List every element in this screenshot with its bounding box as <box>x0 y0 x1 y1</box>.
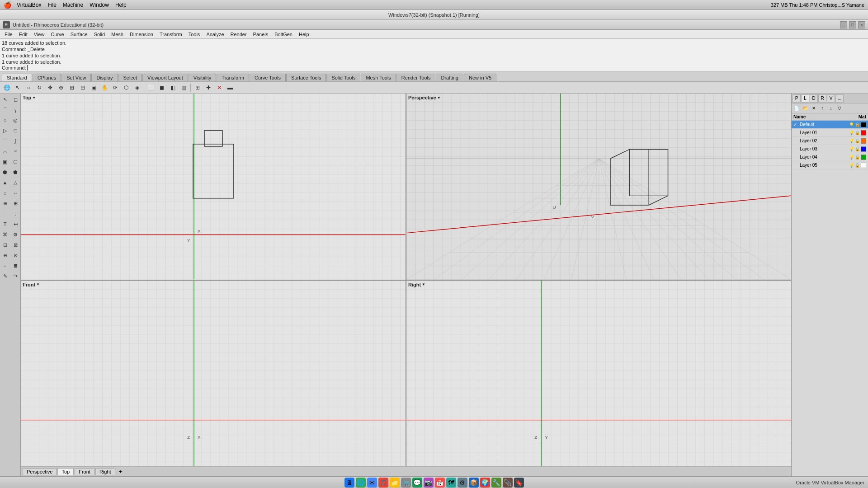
view-tab-add[interactable]: + <box>116 468 125 475</box>
toolbar-shade-icon[interactable]: ◼ <box>157 83 167 93</box>
rhino-close[interactable]: × <box>858 21 865 28</box>
rp-tab-more[interactable]: ... <box>835 94 844 103</box>
tool-arc2[interactable]: ∫ <box>10 136 20 146</box>
dock-photo[interactable]: 📷 <box>424 478 434 488</box>
viewport-persp-dropdown[interactable]: ▼ <box>437 96 441 100</box>
tool-select2[interactable]: ◻ <box>10 94 20 104</box>
toolbar-flat-icon[interactable]: ▥ <box>179 83 189 93</box>
layer-color-01[interactable] <box>861 130 866 136</box>
view-tab-top[interactable]: Top <box>57 468 74 475</box>
toolbar-zoom-icon[interactable]: ⊕ <box>56 83 66 93</box>
dock-virtualbox[interactable]: 📦 <box>469 478 479 488</box>
rhino-menu-view[interactable]: View <box>31 31 47 38</box>
rhino-menu-boltgen[interactable]: BoltGen <box>272 31 295 38</box>
viewport-top-dropdown[interactable]: ▼ <box>32 96 36 100</box>
dock-chrome[interactable]: 🌍 <box>480 478 490 488</box>
tool-rect1[interactable]: ▷ <box>0 126 10 136</box>
tool-transform2[interactable]: ↔ <box>10 188 20 198</box>
tab-curve-tools[interactable]: Curve Tools <box>250 74 286 81</box>
layer-row-01[interactable]: Layer 01 💡 🔓 <box>792 129 868 137</box>
rhino-menu-dimension[interactable]: Dimension <box>127 31 156 38</box>
tab-select[interactable]: Select <box>118 74 142 81</box>
tool-solid2[interactable]: ⬡ <box>10 157 20 167</box>
tool-extra2[interactable]: ⚙ <box>10 230 20 239</box>
layer-row-default[interactable]: ✓ Default 💡 🔓 <box>792 121 868 129</box>
toolbar-cursor-icon[interactable]: ↖ <box>13 83 23 93</box>
toolbar-render-icon[interactable]: ◈ <box>132 83 142 93</box>
layer-move-up[interactable]: ↑ <box>818 104 826 113</box>
layer-row-04[interactable]: Layer 04 💡 🔓 <box>792 153 868 161</box>
dock-settings[interactable]: ⚙ <box>458 478 467 488</box>
toolbar-zoomwin-icon[interactable]: ▣ <box>89 83 99 93</box>
tool-circle[interactable]: ○ <box>0 115 10 125</box>
tool-transform1[interactable]: ↕ <box>0 188 10 198</box>
viewport-front[interactable]: Front ▼ ZX <box>21 281 406 467</box>
rhino-menu-render[interactable]: Render <box>228 31 250 38</box>
tool-point1[interactable]: · <box>0 209 10 219</box>
dock-calendar[interactable]: 📅 <box>435 478 445 488</box>
toolbar-pan-icon[interactable]: ✋ <box>99 83 109 93</box>
tool-arc1[interactable]: ⌒ <box>0 136 10 146</box>
rhino-minimize[interactable]: _ <box>840 21 847 28</box>
mac-menu-window[interactable]: Window <box>90 2 109 8</box>
layer-move-down[interactable]: ↓ <box>827 104 835 113</box>
layer-row-05[interactable]: Layer 05 💡 🔓 <box>792 161 868 169</box>
command-input-area[interactable]: Command: <box>2 65 866 70</box>
dock-extra3[interactable]: 🔖 <box>514 478 524 488</box>
viewport-top[interactable]: Top ▼ YX <box>21 94 406 280</box>
tab-transform[interactable]: Transform <box>217 74 249 81</box>
rhino-maximize[interactable]: □ <box>849 21 856 28</box>
dock-extra1[interactable]: 🔧 <box>491 478 501 488</box>
tool-analyse2[interactable]: ⊗ <box>10 250 20 260</box>
viewport-front-dropdown[interactable]: ▼ <box>36 282 40 286</box>
tab-display[interactable]: Display <box>91 74 118 81</box>
tab-solid-tools[interactable]: Solid Tools <box>326 74 360 81</box>
dock-finder[interactable]: 🖥 <box>344 478 354 488</box>
tool-curve2[interactable]: ╮ <box>10 105 20 115</box>
tool-snap2[interactable]: ⊞ <box>10 198 20 208</box>
layer-filter[interactable]: ▽ <box>835 104 844 113</box>
layer-row-02[interactable]: Layer 02 💡 🔓 <box>792 137 868 145</box>
rhino-menu-mesh[interactable]: Mesh <box>108 31 126 38</box>
layer-color-default[interactable] <box>861 122 866 127</box>
dock-music[interactable]: 🎵 <box>378 478 388 488</box>
tool-curve1[interactable]: ⌒ <box>0 105 10 115</box>
dock-chat[interactable]: 💬 <box>412 478 422 488</box>
toolbar-globe-icon[interactable]: 🌐 <box>2 83 12 93</box>
layer-color-05[interactable] <box>861 163 866 168</box>
mac-menu-machine[interactable]: Machine <box>63 2 83 8</box>
rp-tab-render[interactable]: R <box>818 94 826 103</box>
mac-menu-virtualbox[interactable]: VirtualBox <box>17 2 41 8</box>
layer-new[interactable]: 📄 <box>793 104 801 113</box>
dock-rhino[interactable]: 🦏 <box>401 478 411 488</box>
rhino-menu-curve[interactable]: Curve <box>48 31 66 38</box>
rhino-menu-surface[interactable]: Surface <box>68 31 90 38</box>
rp-tab-display[interactable]: D <box>810 94 818 103</box>
toolbar-x-icon[interactable]: ✕ <box>214 83 224 93</box>
tool-text[interactable]: T <box>0 219 10 229</box>
dock-safari[interactable]: 🌐 <box>356 478 366 488</box>
tab-setview[interactable]: Set View <box>61 74 91 81</box>
tab-new-v5[interactable]: New in V5 <box>464 74 496 81</box>
viewport-right[interactable]: Right ▼ ZY <box>406 281 791 467</box>
mac-menu-file[interactable]: File <box>47 2 56 8</box>
toolbar-move-icon[interactable]: ✥ <box>45 83 55 93</box>
layer-color-02[interactable] <box>861 138 866 144</box>
view-tab-front[interactable]: Front <box>75 468 94 475</box>
toolbar-persp-icon[interactable]: ⬡ <box>121 83 131 93</box>
tab-standard[interactable]: Standard <box>2 74 32 81</box>
toolbar-zoomext-icon[interactable]: ⊞ <box>67 83 77 93</box>
tool-mesh2[interactable]: ⊠ <box>10 240 20 250</box>
toolbar-extra-icon[interactable]: ▬ <box>225 83 235 93</box>
rhino-menu-edit[interactable]: Edit <box>16 31 30 38</box>
command-cursor[interactable] <box>27 65 28 70</box>
rhino-menu-tools[interactable]: Tools <box>186 31 203 38</box>
layer-new-child[interactable]: 📂 <box>801 104 809 113</box>
tool-layers[interactable]: ≡ <box>0 261 10 271</box>
tool-extrude1[interactable]: ▲ <box>0 178 10 188</box>
dock-extra2[interactable]: 📎 <box>503 478 513 488</box>
tool-mesh1[interactable]: ⊟ <box>0 240 10 250</box>
rhino-menu-transform[interactable]: Transform <box>157 31 185 38</box>
toolbar-shadegl-icon[interactable]: ◧ <box>168 83 178 93</box>
viewport-perspective[interactable]: Perspective ▼ UV <box>406 94 791 280</box>
